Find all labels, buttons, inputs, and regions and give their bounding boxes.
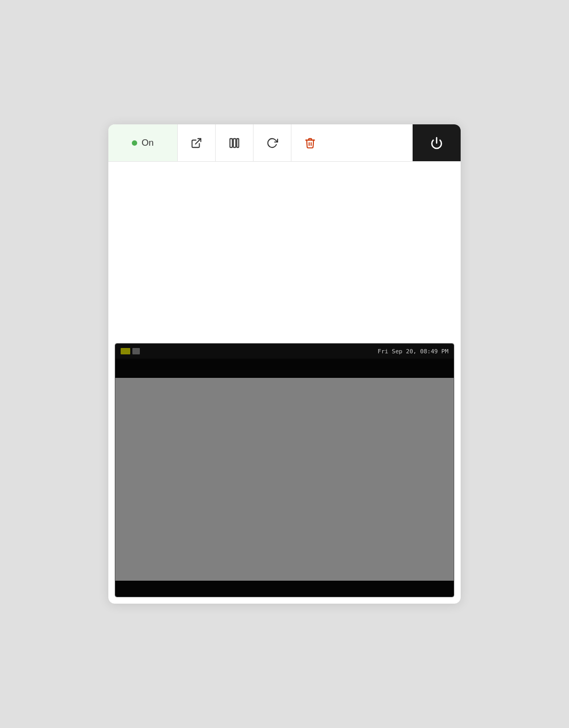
open-external-button[interactable] <box>178 124 216 161</box>
screen-topbar: Fri Sep 20, 08:49 PM <box>115 344 454 359</box>
open-external-icon <box>191 137 202 149</box>
columns-icon <box>228 137 240 149</box>
delete-button[interactable] <box>291 124 329 161</box>
toolbar: On <box>108 124 461 162</box>
power-button[interactable] <box>413 124 461 161</box>
refresh-icon <box>266 137 278 149</box>
svg-line-0 <box>195 138 201 144</box>
topbar-icon-2 <box>132 348 140 354</box>
status-button[interactable]: On <box>108 124 178 161</box>
status-dot <box>132 140 137 146</box>
content-area: Fri Sep 20, 08:49 PM <box>108 162 461 597</box>
screen-black-bar-bottom <box>115 581 454 597</box>
empty-space <box>108 162 461 343</box>
svg-rect-2 <box>233 138 236 147</box>
screen-desktop[interactable] <box>115 378 454 581</box>
svg-rect-1 <box>230 138 233 147</box>
svg-rect-3 <box>237 138 239 147</box>
columns-button[interactable] <box>216 124 254 161</box>
screen-black-bar-top <box>115 359 454 378</box>
screen-topbar-time: Fri Sep 20, 08:49 PM <box>378 348 448 355</box>
status-label: On <box>141 138 154 148</box>
topbar-icon-1 <box>121 348 130 354</box>
power-icon <box>430 137 443 149</box>
main-card: On <box>108 124 461 604</box>
screen-container: Fri Sep 20, 08:49 PM <box>115 343 454 597</box>
refresh-button[interactable] <box>254 124 291 161</box>
screen-topbar-icons <box>121 348 140 354</box>
delete-icon <box>304 137 316 149</box>
